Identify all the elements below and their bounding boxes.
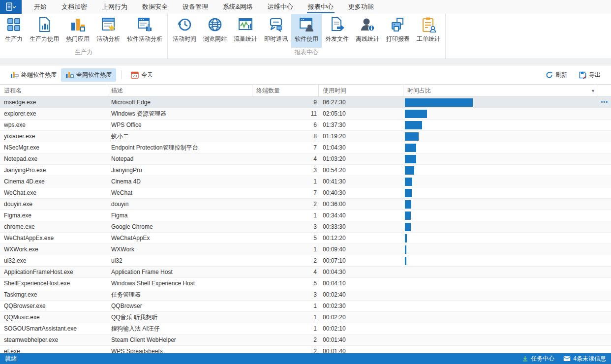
terminal-count: 8 bbox=[252, 131, 319, 142]
process-description: WeChatAppEx bbox=[107, 233, 252, 243]
usage-bar bbox=[405, 189, 412, 197]
usage-time: 00:41:30 bbox=[319, 176, 403, 187]
ribbon: 生产力生产力使用热门应用活动分析软件活动分析生产力活动时间浏览网站流量统计即时通… bbox=[0, 14, 611, 59]
table-row[interactable]: wps.exeWPS Office601:37:30 bbox=[0, 120, 611, 131]
table-row[interactable]: Figma.exeFigma100:34:40 bbox=[0, 210, 611, 221]
menu-tab-系统&网络[interactable]: 系统&网络 bbox=[215, 0, 260, 14]
table-row[interactable]: ApplicationFrameHost.exeApplication Fram… bbox=[0, 267, 611, 278]
column-header-usage-time[interactable]: 使用时间 bbox=[319, 85, 403, 96]
ribbon-item-流量统计[interactable]: 流量统计 bbox=[230, 14, 261, 48]
menu-tab-设备管理[interactable]: 设备管理 bbox=[175, 0, 215, 14]
mail-icon bbox=[563, 356, 571, 362]
column-header-description[interactable]: 描述 bbox=[107, 85, 252, 96]
table-row[interactable]: Cinema 4D.exeCinema 4D100:41:30 bbox=[0, 176, 611, 187]
menu-tab-运维中心[interactable]: 运维中心 bbox=[260, 0, 301, 14]
ribbon-item-活动时间[interactable]: 活动时间 bbox=[169, 14, 200, 48]
terminal-count: 9 bbox=[252, 97, 319, 108]
ribbon-item-生产力[interactable]: 生产力 bbox=[1, 14, 26, 48]
menu-tab-更多功能[interactable]: 更多功能 bbox=[341, 0, 381, 14]
clock-history-icon bbox=[176, 16, 193, 33]
usage-time: 00:02:10 bbox=[319, 323, 403, 334]
usage-bar bbox=[405, 132, 419, 141]
process-description: QQBrowser bbox=[107, 301, 252, 311]
time-ratio-cell bbox=[403, 210, 611, 221]
usage-bar bbox=[405, 178, 412, 186]
usage-bar bbox=[405, 155, 416, 163]
column-header-time-ratio[interactable]: 时间占比 ▼ bbox=[403, 85, 611, 96]
ribbon-item-软件使用[interactable]: 软件使用 bbox=[291, 14, 322, 48]
process-name: ui32.exe bbox=[0, 255, 107, 266]
terminal-chart-icon bbox=[10, 71, 19, 79]
table-row[interactable]: QQMusic.exeQQ音乐 听我想听100:02:20 bbox=[0, 312, 611, 323]
app-menu-button[interactable] bbox=[0, 0, 22, 14]
usage-time: 00:02:40 bbox=[319, 289, 403, 300]
column-filter-dropdown-icon[interactable]: ▼ bbox=[591, 89, 595, 93]
process-name: yixiaoer.exe bbox=[0, 131, 107, 142]
table-row[interactable]: NSecMgr.exeEndpoint Protection管理控制平台701:… bbox=[0, 142, 611, 153]
table-row[interactable]: ui32.exeui32200:07:10 bbox=[0, 255, 611, 267]
time-ratio-cell bbox=[403, 108, 611, 119]
app-menu-icon bbox=[5, 2, 16, 11]
usage-bar bbox=[405, 245, 406, 254]
usage-time: 00:07:10 bbox=[319, 255, 403, 266]
ribbon-item-软件活动分析[interactable]: 软件活动分析 bbox=[123, 14, 166, 48]
table-row[interactable]: WeChatAppEx.exeWeChatAppEx500:12:20 bbox=[0, 233, 611, 244]
process-description: Cinema 4D bbox=[107, 176, 252, 187]
column-header-process[interactable]: 进程名 bbox=[0, 85, 107, 96]
ribbon-item-活动分析[interactable]: 活动分析 bbox=[93, 14, 123, 48]
usage-bar bbox=[405, 200, 411, 209]
table-row[interactable]: msedge.exeMicrosoft Edge906:27:30••• bbox=[0, 97, 611, 108]
table-row[interactable]: explorer.exeWindows 资源管理器1102:05:10 bbox=[0, 108, 611, 120]
process-name: ApplicationFrameHost.exe bbox=[0, 267, 107, 277]
process-name: explorer.exe bbox=[0, 108, 107, 119]
refresh-button[interactable]: 刷新 bbox=[541, 68, 572, 82]
ribbon-item-热门应用[interactable]: 热门应用 bbox=[62, 14, 93, 48]
table-row[interactable]: Taskmgr.exe任务管理器300:02:40 bbox=[0, 289, 611, 301]
table-row[interactable]: QQBrowser.exeQQBrowser100:02:30 bbox=[0, 301, 611, 312]
table-row[interactable]: et.exeWPS Spreadsheets200:01:40 bbox=[0, 346, 611, 353]
date-range-today-button[interactable]: 23 今天 bbox=[126, 68, 157, 82]
terminal-software-heat-button[interactable]: 终端软件热度 bbox=[6, 68, 61, 82]
ribbon-item-即时通讯[interactable]: 即时通讯 bbox=[261, 14, 291, 48]
ribbon-item-浏览网站[interactable]: 浏览网站 bbox=[200, 14, 230, 48]
terminal-software-heat-label: 终端软件热度 bbox=[21, 71, 57, 79]
ribbon-item-工单统计[interactable]: 工单统计 bbox=[413, 14, 444, 48]
usage-bar bbox=[405, 257, 406, 265]
menu-tab-数据安全[interactable]: 数据安全 bbox=[135, 0, 175, 14]
task-center-button[interactable]: 任务中心 bbox=[522, 355, 554, 363]
network-software-heat-button[interactable]: 全网软件热度 bbox=[61, 68, 116, 82]
table-row[interactable]: WeChat.exeWeChat700:40:30 bbox=[0, 187, 611, 199]
terminal-count: 1 bbox=[252, 210, 319, 221]
table-row[interactable]: steamwebhelper.exeSteam Client WebHelper… bbox=[0, 334, 611, 346]
table-row[interactable]: SOGOUSmartAssistant.exe搜狗输入法 AI汪仔100:02:… bbox=[0, 323, 611, 334]
terminal-count: 3 bbox=[252, 165, 319, 176]
time-ratio-cell bbox=[403, 176, 611, 187]
ribbon-item-生产力使用[interactable]: 生产力使用 bbox=[26, 14, 62, 48]
process-name: QQBrowser.exe bbox=[0, 301, 107, 311]
task-center-label: 任务中心 bbox=[531, 355, 554, 363]
column-header-terminal-count[interactable]: 终端数量 bbox=[252, 85, 319, 96]
table-row[interactable]: chrome.exeGoogle Chrome300:33:30 bbox=[0, 221, 611, 233]
table-row[interactable]: ShellExperienceHost.exeWindows Shell Exp… bbox=[0, 278, 611, 289]
row-actions-dots-icon[interactable]: ••• bbox=[601, 97, 608, 107]
table-row[interactable]: yixiaoer.exe蚁小二801:19:20 bbox=[0, 131, 611, 142]
unread-messages-button[interactable]: 4条未读信息 bbox=[563, 355, 606, 363]
table-row[interactable]: JianyingPro.exeJianyingPro300:54:20 bbox=[0, 165, 611, 176]
menu-tab-开始[interactable]: 开始 bbox=[27, 0, 54, 14]
ribbon-item-打印报表[interactable]: 打印报表 bbox=[383, 14, 413, 48]
table-row[interactable]: Notepad.exeNotepad401:03:20 bbox=[0, 153, 611, 165]
menu-tab-文档加密[interactable]: 文档加密 bbox=[54, 0, 94, 14]
menu-tab-上网行为[interactable]: 上网行为 bbox=[94, 0, 135, 14]
time-ratio-cell bbox=[403, 323, 611, 334]
terminal-count: 7 bbox=[252, 187, 319, 198]
menu-tab-报表中心[interactable]: 报表中心 bbox=[301, 0, 341, 14]
process-name: WeChatAppEx.exe bbox=[0, 233, 107, 243]
table-header: 进程名 描述 终端数量 使用时间 时间占比 ▼ bbox=[0, 84, 611, 97]
table-row[interactable]: WXWork.exeWXWork100:09:40 bbox=[0, 244, 611, 255]
export-label: 导出 bbox=[589, 71, 601, 79]
table-row[interactable]: douyin.exedouyin200:36:00 bbox=[0, 199, 611, 210]
ribbon-item-离线统计[interactable]: 离线统计 bbox=[352, 14, 383, 48]
ribbon-item-label: 生产力使用 bbox=[30, 35, 59, 43]
ribbon-item-外发文件[interactable]: 外发文件 bbox=[322, 14, 352, 48]
export-button[interactable]: 导出 bbox=[575, 68, 605, 82]
